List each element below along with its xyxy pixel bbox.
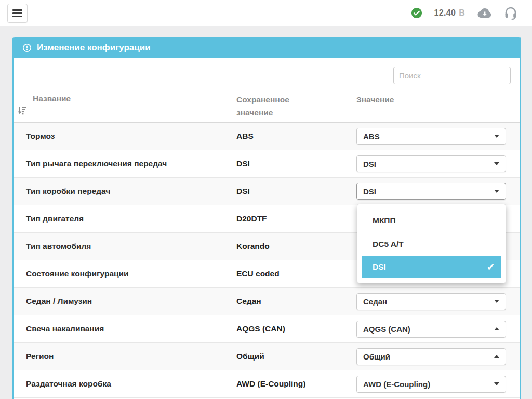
search-row [14, 58, 520, 88]
dropdown-option-label: DC5 A/T [373, 240, 404, 249]
select-value: DSI [363, 187, 376, 196]
headphones-icon[interactable] [504, 6, 517, 20]
row-value-cell: AWD (E-Coupling) [356, 376, 506, 393]
row-saved-value: AWD (E-Coupling) [236, 379, 356, 389]
row-value-cell: Общий [356, 348, 506, 365]
row-saved-value: Седан [236, 297, 356, 306]
row-name: Свеча накаливания [26, 324, 236, 334]
select-value: ABS [363, 132, 380, 141]
row-value-cell: Седан [356, 293, 506, 310]
battery-voltage: 12.40В [434, 8, 465, 18]
page-title: Изменение конфигурации [37, 43, 151, 53]
voltage-unit: В [459, 8, 465, 17]
row-name: Регион [26, 352, 236, 361]
column-header-value: Значение [356, 88, 506, 122]
row-name: Седан / Лимузин [26, 297, 236, 306]
select-dropdown-menu: МКППDC5 A/TDSI✔ [357, 204, 506, 283]
row-name: Состояние конфигурации [26, 269, 236, 278]
dropdown-option[interactable]: МКПП [362, 209, 501, 232]
select-value: Седан [363, 297, 387, 306]
dropdown-option[interactable]: DC5 A/T [362, 232, 501, 256]
menu-button[interactable] [7, 4, 28, 23]
select-value: AWD (E-Coupling) [363, 380, 430, 389]
column-header-saved-value: Сохраненное значение [236, 88, 314, 122]
row-saved-value: DSI [236, 159, 356, 168]
row-value-cell: DSI [356, 183, 506, 200]
table-row: Свеча накаливания AQGS (CAN) AQGS (CAN) [14, 315, 520, 343]
value-select[interactable]: AQGS (CAN) [356, 321, 506, 338]
column-header-name: Название [17, 88, 236, 122]
row-value-cell: ABS [356, 128, 506, 145]
table-row: Тип рычага переключения передач DSI DSI [14, 150, 520, 178]
table-row: Регион Общий Общий [14, 343, 520, 370]
table-header: Название Сохраненное значение Значение [14, 88, 520, 123]
row-name: Тип коробки передач [26, 187, 236, 196]
table-row: Раздаточная коробка AWD (E-Coupling) AWD… [14, 370, 520, 398]
dropdown-option[interactable]: DSI✔ [362, 256, 501, 278]
row-saved-value: D20DTF [236, 214, 356, 223]
topbar-status-area: 12.40В [411, 0, 517, 26]
row-saved-value: Общий [236, 352, 356, 361]
select-value: Общий [363, 352, 390, 361]
value-select[interactable]: DSI [356, 183, 506, 200]
select-value: AQGS (CAN) [363, 325, 410, 334]
sort-amount-icon[interactable] [17, 105, 28, 117]
info-icon [22, 43, 32, 52]
dropdown-option-label: DSI [373, 262, 386, 272]
row-name: Тип двигателя [26, 214, 236, 223]
row-name: Раздаточная коробка [26, 379, 236, 389]
caret-up-icon [494, 355, 499, 358]
column-label: Название [33, 93, 236, 104]
panel-header: Изменение конфигурации [14, 37, 520, 58]
dropdown-option-label: МКПП [373, 216, 396, 225]
caret-up-icon [494, 327, 499, 330]
table-row: Тип коробки передач DSI DSI [14, 178, 520, 205]
topbar: 12.40В [0, 0, 532, 26]
value-select[interactable]: DSI [356, 155, 506, 172]
value-select[interactable]: Общий [356, 348, 506, 365]
check-icon: ✔ [487, 261, 495, 273]
row-value-cell: DSI [356, 155, 506, 172]
check-circle-icon [411, 7, 422, 19]
value-select[interactable]: ABS [356, 128, 506, 145]
row-saved-value: ABS [236, 131, 356, 141]
caret-down-icon [494, 190, 499, 193]
row-value-cell: AQGS (CAN) [356, 321, 506, 338]
row-name: Тип рычага переключения передач [26, 159, 236, 168]
value-select[interactable]: AWD (E-Coupling) [356, 376, 506, 393]
row-saved-value: DSI [236, 187, 356, 196]
value-select[interactable]: Седан [356, 293, 506, 310]
caret-down-icon [494, 135, 499, 138]
select-value: DSI [363, 159, 376, 168]
table-row: Седан / Лимузин Седан Седан [14, 288, 520, 315]
row-saved-value: ECU coded [236, 269, 356, 278]
cloud-download-icon[interactable] [477, 7, 492, 19]
caret-down-icon [494, 162, 499, 165]
row-name: Тормоз [26, 131, 236, 141]
row-saved-value: AQGS (CAN) [236, 324, 356, 334]
row-saved-value: Korando [236, 242, 356, 251]
row-name: Тип автомобиля [26, 242, 236, 251]
hamburger-icon [12, 9, 22, 17]
search-input[interactable] [393, 66, 511, 84]
caret-down-icon [494, 300, 499, 303]
table-row: Тормоз ABS ABS [14, 123, 520, 150]
caret-down-icon [494, 382, 499, 385]
